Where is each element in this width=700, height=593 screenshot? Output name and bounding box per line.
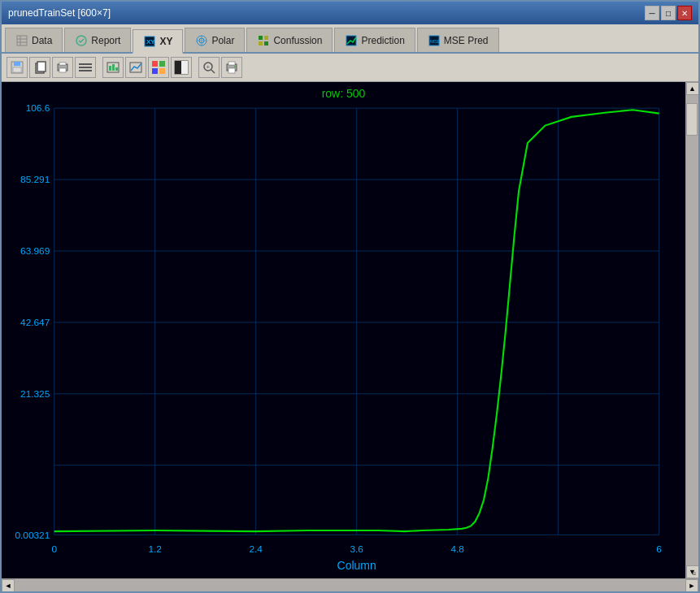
svg-text:4.8: 4.8 (450, 543, 464, 555)
scroll-v-track[interactable] (686, 95, 698, 565)
svg-rect-12 (264, 36, 268, 40)
svg-rect-27 (79, 67, 92, 68)
svg-rect-40 (181, 61, 188, 74)
tabs-bar: Data Report XY XY Polar Confussion (2, 24, 698, 54)
svg-rect-25 (59, 68, 66, 72)
tab-data[interactable]: Data (5, 28, 63, 52)
chart-container: row: 500 (2, 82, 685, 578)
tab-polar[interactable]: Polar (185, 28, 245, 52)
svg-rect-20 (13, 67, 21, 72)
scroll-down-button[interactable]: ≡ ▼ (686, 565, 699, 578)
scroll-left-button[interactable]: ◄ (2, 579, 15, 592)
scroll-right-button[interactable]: ► (685, 579, 698, 592)
svg-text:106.6: 106.6 (26, 102, 50, 114)
svg-text:0.00321: 0.00321 (15, 530, 50, 541)
print-preview-button[interactable] (52, 57, 73, 78)
svg-rect-30 (109, 66, 111, 71)
svg-point-47 (234, 66, 236, 67)
svg-rect-37 (159, 68, 165, 74)
window-title: prunedTrainSet [600×7] (8, 7, 111, 19)
svg-rect-22 (37, 62, 46, 71)
svg-text:3.6: 3.6 (350, 543, 363, 555)
save-button[interactable] (7, 57, 28, 78)
tab-prediction-label: Prediction (361, 35, 404, 46)
svg-rect-0 (17, 36, 27, 45)
copy-button[interactable] (29, 57, 50, 78)
zoom-button[interactable]: + (198, 57, 220, 78)
settings-button[interactable] (75, 57, 96, 78)
svg-rect-32 (115, 67, 118, 71)
svg-text:2.4: 2.4 (249, 543, 263, 555)
svg-text:1.2: 1.2 (148, 543, 161, 555)
scroll-h-track[interactable] (15, 579, 685, 591)
svg-rect-11 (259, 36, 263, 40)
toolbar: + (2, 54, 698, 82)
svg-rect-35 (159, 61, 165, 67)
svg-rect-39 (175, 61, 181, 74)
polar-tab-icon (195, 34, 208, 47)
svg-line-42 (211, 70, 215, 73)
svg-text:row: 500: row: 500 (322, 87, 366, 100)
close-button[interactable]: ✕ (677, 6, 692, 20)
tab-mse-pred[interactable]: MSE MSE Pred (417, 28, 499, 52)
svg-rect-26 (79, 63, 92, 65)
mse-pred-tab-icon: MSE (428, 34, 441, 47)
svg-text:MSE: MSE (430, 39, 440, 44)
svg-text:63.969: 63.969 (20, 245, 50, 257)
svg-rect-31 (112, 64, 115, 71)
tab-report-label: Report (91, 35, 120, 46)
bars-button[interactable] (102, 57, 124, 78)
chart-with-scroll: row: 500 (2, 82, 698, 591)
maximize-button[interactable]: □ (661, 6, 676, 20)
svg-rect-36 (152, 68, 158, 74)
vertical-scrollbar: ▲ ≡ ▼ (685, 82, 698, 578)
main-window: prunedTrainSet [600×7] ─ □ ✕ Data Report… (0, 0, 700, 593)
tab-mse-pred-label: MSE Pred (444, 35, 489, 46)
svg-rect-34 (152, 61, 158, 67)
scroll-up-button[interactable]: ▲ (686, 82, 699, 95)
svg-text:Column: Column (337, 559, 376, 572)
tab-polar-label: Polar (211, 35, 234, 46)
svg-rect-13 (259, 41, 263, 45)
svg-rect-46 (228, 68, 235, 73)
report-tab-icon (75, 34, 88, 47)
svg-rect-45 (228, 62, 235, 65)
color-button[interactable] (148, 57, 169, 78)
tab-data-label: Data (32, 35, 52, 46)
tab-report[interactable]: Report (64, 28, 131, 52)
chart-area: row: 500 (2, 82, 698, 591)
horizontal-scrollbar: ◄ ► (2, 578, 698, 591)
xy-tab-icon: XY (143, 35, 156, 48)
confussion-tab-icon (257, 34, 270, 47)
svg-text:XY: XY (146, 38, 155, 45)
svg-rect-19 (14, 62, 20, 66)
tab-xy-label: XY (159, 36, 172, 47)
chart-button[interactable] (125, 57, 146, 78)
title-bar-buttons: ─ □ ✕ (645, 6, 692, 20)
tab-prediction[interactable]: Prediction (334, 28, 415, 52)
svg-rect-24 (59, 63, 66, 65)
chart-svg: row: 500 (2, 82, 685, 578)
bw-button[interactable] (171, 57, 192, 78)
scroll-v-thumb[interactable] (686, 103, 698, 136)
title-bar: prunedTrainSet [600×7] ─ □ ✕ (2, 2, 698, 24)
prediction-tab-icon (345, 34, 358, 47)
minimize-button[interactable]: ─ (645, 6, 659, 20)
svg-text:6: 6 (656, 543, 662, 555)
svg-rect-14 (264, 41, 268, 45)
data-tab-icon (15, 34, 28, 47)
chart-row: row: 500 (2, 82, 698, 578)
svg-rect-28 (79, 70, 92, 71)
svg-text:0: 0 (51, 543, 57, 555)
svg-text:21.325: 21.325 (20, 388, 50, 400)
svg-rect-48 (2, 82, 685, 578)
tab-confussion-label: Confussion (273, 35, 322, 46)
svg-text:+: + (207, 63, 211, 71)
print-button[interactable] (221, 57, 242, 78)
svg-text:85.291: 85.291 (20, 174, 50, 185)
tab-confussion[interactable]: Confussion (246, 28, 333, 52)
tab-xy[interactable]: XY XY (133, 29, 183, 54)
svg-text:42.647: 42.647 (20, 317, 50, 328)
